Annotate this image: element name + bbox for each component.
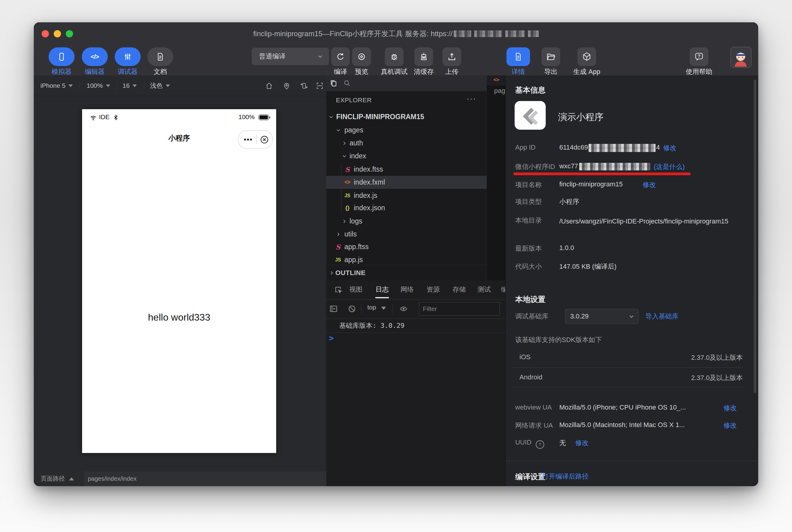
tree-item-app-ftss[interactable]: S app.ftss [326, 240, 486, 253]
edit-app-id-link[interactable]: 修改 [663, 144, 676, 153]
tree-item-index-json[interactable]: {} index.json [326, 202, 486, 214]
edit-network-ua-link[interactable]: 修改 [723, 421, 737, 430]
network-ua-label: 网络请求 UA [515, 421, 553, 430]
import-lib-link[interactable]: 导入基础库 [645, 312, 679, 321]
simulator-toggle-button[interactable] [49, 48, 75, 66]
user-avatar[interactable] [731, 47, 752, 68]
title-bar: finclip-miniprogram15—FinClip小程序开发工具 服务器… [34, 22, 758, 45]
tree-item-app-js[interactable]: JS app.js [326, 253, 486, 266]
battery-percent-label: 100% [238, 113, 255, 121]
copy-files-icon[interactable] [329, 79, 338, 88]
outline-section-header[interactable]: OUTLINE [326, 265, 486, 281]
webview-ua-label: webview UA [515, 403, 552, 411]
active-tab-underline [375, 297, 389, 298]
tree-item-logs[interactable]: logs [326, 215, 486, 228]
preview-button[interactable] [352, 48, 371, 66]
zoom-select[interactable]: 100% [87, 75, 110, 96]
basic-info-header: 基本信息 [515, 85, 546, 95]
tab-network[interactable]: 网络 [401, 281, 414, 299]
compile-settings-header: 编译设置 [515, 472, 546, 482]
editor-breadcrumb: pag [494, 87, 505, 95]
tab-log[interactable]: 日志 [375, 281, 389, 299]
tab-resources[interactable]: 资源 [426, 281, 440, 299]
uuid-label: UUID? [515, 438, 544, 449]
tab-storage[interactable]: 存储 [453, 281, 466, 299]
code-size-label: 代码大小 [515, 262, 542, 271]
context-select[interactable]: top [367, 304, 376, 311]
font-size-select[interactable]: 16 [123, 75, 137, 96]
inspect-element-icon[interactable] [334, 286, 343, 294]
network-ua-value: Mozilla/5.0 (Macintosh; Intel Mac OS X 1… [559, 421, 685, 429]
preview-button-label: 预览 [355, 68, 368, 75]
tree-item-index-ftss[interactable]: S index.ftss [326, 163, 486, 176]
theme-select[interactable]: 浅色 [150, 75, 170, 96]
debugger-toggle-button[interactable] [115, 48, 141, 66]
ios-version-value: 2.37.0及以上版本 [691, 353, 743, 362]
tab-view[interactable]: 视图 [349, 281, 363, 299]
upload-button[interactable] [442, 48, 461, 66]
home-button[interactable] [265, 75, 273, 96]
details-button[interactable] [506, 48, 530, 66]
debug-lib-select[interactable]: 3.0.29 [565, 309, 639, 324]
uuid-value: 无 [559, 438, 566, 448]
latest-version-value: 1.0.0 [559, 244, 574, 252]
console-log-row[interactable]: 基础库版本: 3.0.29 [326, 319, 505, 332]
compile-button[interactable] [331, 48, 350, 66]
generate-app-button[interactable] [577, 48, 596, 66]
console-controls: top [326, 300, 505, 318]
editor-tab[interactable]: <> [487, 75, 505, 86]
tree-item-auth[interactable]: auth [326, 137, 486, 150]
explorer-title: EXPLORER [336, 96, 371, 104]
local-settings-header: 本地设置 [515, 294, 546, 304]
explorer-more-button[interactable]: ··· [467, 94, 476, 103]
device-debug-button[interactable] [385, 48, 404, 66]
close-miniprogram-button[interactable] [260, 135, 269, 144]
tree-item-utils[interactable]: utils [326, 228, 486, 241]
close-window-button[interactable] [42, 30, 49, 37]
chevron-down-icon [328, 114, 334, 120]
phone-screen: IDE 100% 小程序 ••• hello world333 [82, 109, 276, 453]
android-label: Android [519, 373, 542, 381]
clear-console-icon[interactable] [348, 305, 356, 313]
edit-uuid-link[interactable]: 修改 [575, 438, 589, 448]
scan-frame-button[interactable] [316, 75, 324, 96]
eye-icon[interactable] [399, 305, 408, 313]
page-path-toggle[interactable]: 页面路径 [34, 471, 83, 486]
docs-button[interactable] [147, 48, 173, 66]
panel-scrollbar[interactable] [754, 80, 756, 393]
location-pin-button[interactable] [282, 75, 291, 96]
tree-item-root[interactable]: FINCLIP-MINIPROGRAM15 [326, 110, 486, 124]
latest-version-label: 最新版本 [515, 244, 542, 253]
refresh-icon [336, 52, 345, 61]
zoom-window-button[interactable] [66, 30, 73, 37]
open-compiled-path-link[interactable]: 打开编译后路径 [542, 472, 589, 481]
console-filter-input[interactable] [419, 302, 500, 316]
drawer-toggle-icon[interactable] [329, 304, 338, 314]
help-button[interactable]: ? [690, 48, 708, 66]
console-prompt[interactable]: > [329, 334, 334, 343]
compile-button-label: 编译 [334, 68, 347, 75]
document-icon [514, 52, 523, 61]
clear-cache-button[interactable] [415, 48, 433, 66]
tree-item-index-js[interactable]: JS index.js [326, 189, 486, 202]
tab-compile[interactable]: 编译 [501, 281, 505, 299]
edit-project-name-link[interactable]: 修改 [643, 180, 656, 189]
project-type-value: 小程序 [559, 197, 579, 206]
edit-webview-ua-link[interactable]: 修改 [723, 403, 737, 413]
editor-toggle-button[interactable]: </> [82, 48, 108, 66]
tab-test[interactable]: 测试 [478, 281, 491, 299]
device-select[interactable]: iPhone 5 [40, 75, 73, 96]
what-is-this-link[interactable]: (这是什么) [654, 162, 685, 171]
search-icon[interactable] [343, 79, 351, 88]
tree-item-index-fxml[interactable]: <> index.fxml [326, 176, 486, 189]
battery-icon [258, 114, 271, 121]
help-bubble-icon: ? [694, 52, 704, 61]
tree-item-pages[interactable]: pages [326, 124, 486, 137]
rotate-device-button[interactable] [300, 75, 308, 96]
minimize-window-button[interactable] [54, 30, 61, 37]
explorer-topbar [326, 75, 486, 91]
export-button[interactable] [541, 48, 560, 66]
more-menu-button[interactable]: ••• [244, 136, 253, 144]
compile-mode-select[interactable]: 普通编译 [252, 48, 329, 65]
tree-item-index[interactable]: index [326, 150, 486, 163]
